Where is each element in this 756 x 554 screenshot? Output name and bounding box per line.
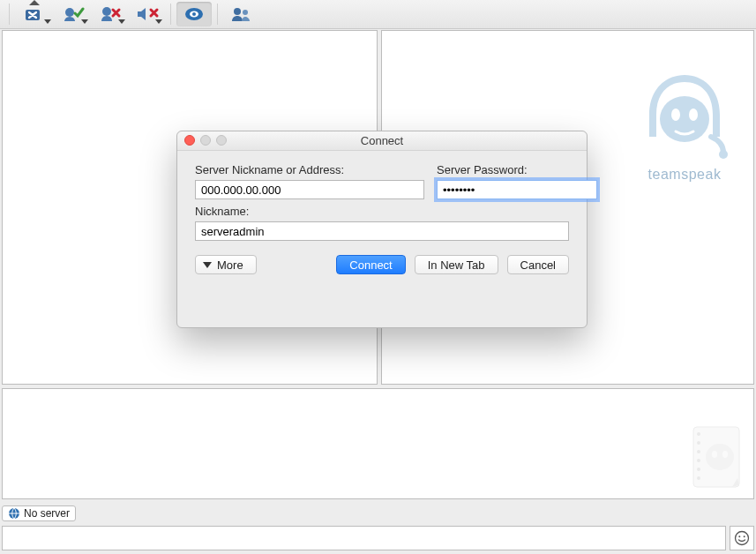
password-field-group: Server Password: — [437, 163, 597, 199]
mute-output-button[interactable] — [130, 2, 165, 26]
chevron-down-icon — [81, 19, 88, 24]
svg-point-1 — [65, 8, 74, 17]
chevron-down-icon — [118, 19, 125, 24]
globe-icon — [8, 507, 20, 520]
svg-point-7 — [243, 10, 248, 15]
away-toggle-button[interactable] — [56, 2, 91, 26]
svg-point-23 — [736, 532, 749, 545]
eye-bubble-icon — [183, 5, 206, 23]
toolbar-separator — [170, 4, 171, 25]
chevron-down-icon — [44, 19, 51, 24]
people-icon — [229, 5, 252, 23]
more-button[interactable]: More — [195, 255, 257, 274]
status-bar: No server — [2, 504, 754, 523]
server-status-label: No server — [24, 507, 70, 520]
chevron-up-icon — [29, 0, 40, 5]
in-new-tab-button[interactable]: In New Tab — [415, 255, 498, 274]
close-window-button[interactable] — [184, 135, 195, 146]
svg-point-15 — [697, 450, 700, 453]
disconnect-x-icon — [24, 6, 45, 22]
nickname-input[interactable] — [195, 221, 569, 241]
svg-point-2 — [102, 7, 111, 16]
svg-point-5 — [192, 12, 196, 16]
server-status-chip[interactable]: No server — [2, 505, 76, 521]
dialog-titlebar[interactable]: Connect — [177, 131, 587, 151]
zoom-window-button — [216, 135, 227, 146]
dialog-button-row: More Connect In New Tab Cancel — [195, 255, 569, 274]
smiley-icon — [734, 530, 750, 546]
password-input[interactable] — [437, 180, 597, 199]
address-label: Server Nickname or Address: — [195, 163, 424, 176]
cancel-label: Cancel — [520, 258, 556, 272]
svg-point-6 — [234, 8, 241, 15]
brand-text: teamspeak — [632, 167, 737, 183]
triangle-down-icon — [203, 262, 212, 268]
svg-point-24 — [738, 535, 740, 537]
window-controls — [184, 135, 227, 146]
svg-point-14 — [697, 441, 700, 445]
teamspeak-head-icon — [632, 66, 737, 163]
chat-log-pane[interactable] — [2, 388, 754, 499]
svg-point-11 — [719, 150, 728, 159]
dialog-body: Server Nickname or Address: Server Passw… — [177, 151, 587, 287]
emoji-button[interactable] — [730, 526, 754, 550]
contacts-button[interactable] — [223, 2, 258, 26]
mute-mic-button[interactable] — [93, 2, 128, 26]
address-field-group: Server Nickname or Address: — [195, 163, 424, 199]
teamspeak-logo: teamspeak — [632, 66, 737, 183]
in-new-tab-label: In New Tab — [428, 258, 485, 272]
svg-point-19 — [706, 444, 734, 470]
nickname-label: Nickname: — [195, 205, 569, 218]
nickname-field-group: Nickname: — [195, 205, 569, 241]
subscribe-channels-button[interactable] — [176, 2, 212, 26]
dialog-title: Connect — [361, 134, 403, 147]
cancel-button[interactable]: Cancel — [507, 255, 569, 274]
chat-input[interactable] — [2, 526, 726, 550]
connect-dialog: Connect Server Nickname or Address: Serv… — [176, 131, 588, 328]
chat-bar — [2, 526, 754, 550]
connect-label: Connect — [349, 258, 392, 272]
svg-point-13 — [697, 432, 700, 436]
svg-point-9 — [671, 109, 680, 121]
connect-button[interactable]: Connect — [336, 255, 405, 274]
more-label: More — [217, 258, 243, 272]
svg-point-25 — [744, 535, 745, 537]
disconnect-dropdown-button[interactable] — [15, 2, 54, 26]
chevron-down-icon — [155, 19, 162, 24]
svg-point-10 — [689, 109, 698, 121]
toolbar-separator — [9, 4, 10, 25]
svg-point-18 — [697, 476, 700, 480]
svg-point-21 — [722, 451, 728, 458]
toolbar-separator — [217, 4, 218, 25]
minimize-window-button — [200, 135, 211, 146]
svg-point-20 — [712, 451, 717, 458]
svg-point-16 — [697, 459, 700, 462]
password-label: Server Password: — [437, 163, 597, 176]
notepad-watermark-icon — [688, 423, 745, 493]
address-input[interactable] — [195, 180, 424, 199]
toolbar — [0, 0, 756, 29]
svg-point-17 — [697, 468, 700, 471]
